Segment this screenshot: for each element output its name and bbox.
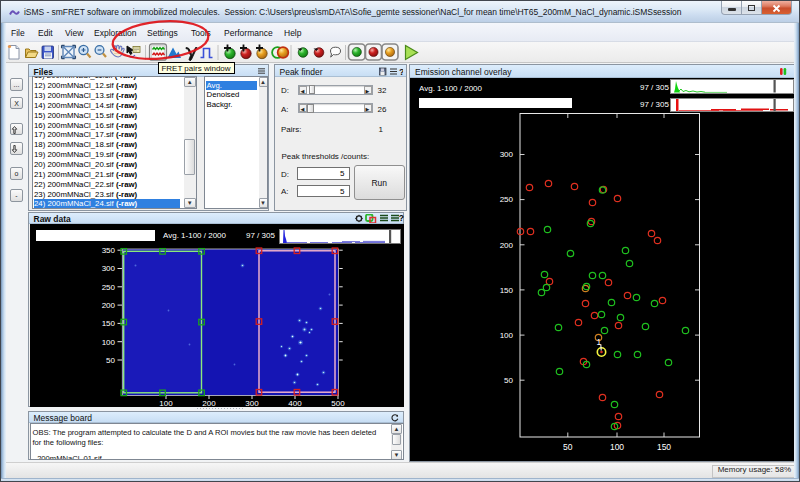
svg-text:300: 300 — [101, 264, 115, 273]
svg-text:50: 50 — [504, 376, 513, 385]
svg-text:200: 200 — [101, 300, 115, 309]
svg-text:400: 400 — [288, 399, 302, 406]
svg-text:150: 150 — [656, 442, 670, 452]
svg-text:150: 150 — [101, 319, 115, 328]
svg-text:300: 300 — [499, 150, 513, 159]
svg-text:300: 300 — [245, 399, 259, 406]
svg-text:100: 100 — [609, 442, 623, 452]
svg-text:250: 250 — [101, 282, 115, 291]
svg-text:100: 100 — [159, 399, 173, 406]
svg-text:350: 350 — [101, 246, 115, 255]
svg-text:100: 100 — [499, 330, 513, 339]
svg-text:150: 150 — [499, 285, 513, 294]
svg-text:50: 50 — [106, 355, 115, 364]
svg-text:500: 500 — [331, 399, 345, 406]
svg-text:200: 200 — [499, 240, 513, 249]
svg-text:100: 100 — [101, 337, 115, 346]
svg-text:200: 200 — [202, 399, 216, 406]
svg-text:250: 250 — [499, 195, 513, 204]
svg-text:?: ? — [399, 67, 403, 76]
svg-text:50: 50 — [563, 442, 573, 452]
